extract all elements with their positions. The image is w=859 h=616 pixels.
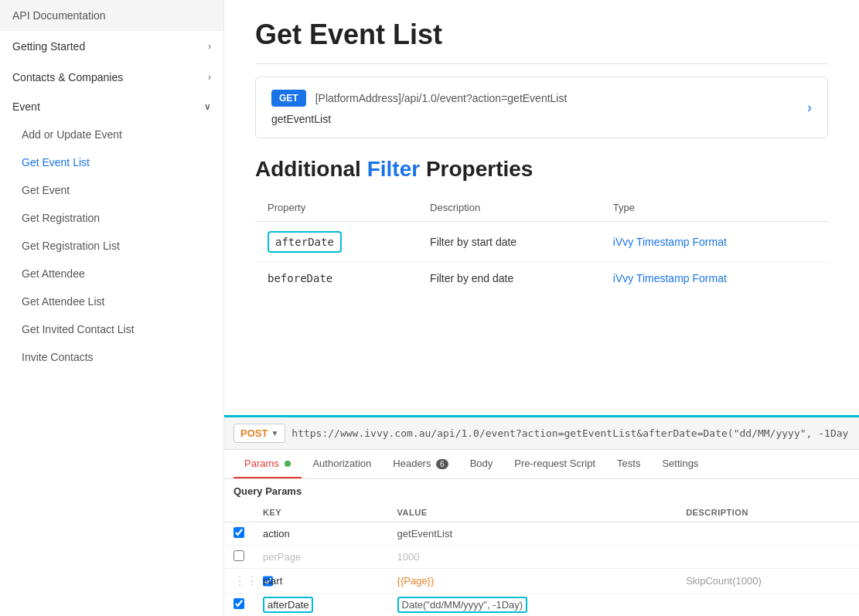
table-row: beforeDate Filter by end date iVvy Times… bbox=[255, 263, 828, 294]
col-key: KEY bbox=[254, 503, 388, 522]
sidebar-sub-item-get-attendee[interactable]: Get Attendee bbox=[0, 260, 223, 288]
row-start-value: {{Page}} bbox=[388, 569, 677, 594]
request-tabs: Params Authorization Headers 6 Body Pre-… bbox=[224, 450, 859, 479]
tab-headers[interactable]: Headers 6 bbox=[382, 450, 458, 478]
sidebar: API Documentation Getting Started › Cont… bbox=[0, 0, 224, 616]
col-description: DESCRIPTION bbox=[677, 503, 859, 522]
row-action-checkbox[interactable] bbox=[233, 527, 244, 538]
tab-settings[interactable]: Settings bbox=[651, 450, 709, 478]
row-start-desc: SkipCount(1000) bbox=[677, 569, 859, 594]
chevron-right-icon: › bbox=[208, 72, 211, 83]
type-link-before-date[interactable]: iVvy Timestamp Format bbox=[613, 272, 727, 284]
row-perpage-desc bbox=[677, 546, 859, 569]
endpoint-expand-icon[interactable]: › bbox=[807, 100, 812, 116]
row-afterdate-desc bbox=[677, 594, 859, 616]
row-afterdate-key: afterDate bbox=[254, 594, 388, 616]
row-perpage-value: 1000 bbox=[388, 546, 677, 569]
chevron-down-icon: ∨ bbox=[204, 101, 211, 112]
endpoint-card: GET [PlatformAddress]/api/1.0/event?acti… bbox=[255, 77, 828, 138]
method-select[interactable]: POST ▼ bbox=[233, 424, 285, 443]
sidebar-sub-item-get-registration[interactable]: Get Registration bbox=[0, 204, 223, 232]
col-value: VALUE bbox=[388, 503, 677, 522]
endpoint-url: [PlatformAddress]/api/1.0/event?action=g… bbox=[315, 92, 568, 104]
col-property: Property bbox=[255, 194, 418, 222]
row-perpage-checkbox[interactable] bbox=[233, 550, 244, 561]
url-input[interactable] bbox=[291, 427, 850, 439]
params-dot-icon bbox=[285, 461, 291, 467]
bottom-panel: POST ▼ Params Authorization Headers 6 bbox=[224, 415, 859, 616]
property-after-date: afterDate bbox=[268, 231, 342, 253]
method-label: POST bbox=[240, 427, 268, 439]
row-action-desc bbox=[677, 522, 859, 546]
main-content: Get Event List GET [PlatformAddress]/api… bbox=[224, 0, 859, 415]
url-bar: POST ▼ bbox=[224, 417, 859, 450]
table-row: perPage 1000 bbox=[224, 546, 859, 569]
page-title: Get Event List bbox=[255, 19, 828, 51]
table-row: action getEventList bbox=[224, 522, 859, 546]
chevron-right-icon: › bbox=[208, 41, 211, 52]
tab-body[interactable]: Body bbox=[459, 450, 504, 478]
row-start-key: start bbox=[254, 569, 388, 594]
desc-after-date: Filter by start date bbox=[418, 222, 601, 263]
filter-table: Property Description Type afterDate Filt… bbox=[255, 194, 828, 294]
sidebar-sub-item-get-registration-list[interactable]: Get Registration List bbox=[0, 232, 223, 260]
drag-handle-icon[interactable]: ⋮⋮ bbox=[233, 573, 258, 588]
sidebar-item-contacts-companies[interactable]: Contacts & Companies › bbox=[0, 62, 223, 93]
sidebar-sub-item-add-update-event[interactable]: Add or Update Event bbox=[0, 121, 223, 148]
sidebar-item-api-doc[interactable]: API Documentation bbox=[0, 0, 223, 31]
table-row: ⋮⋮ start {{Page}} SkipCount(1000) bbox=[224, 569, 859, 594]
row-perpage-key: perPage bbox=[254, 546, 388, 569]
property-before-date: beforeDate bbox=[268, 272, 332, 284]
table-row: afterDate Date("dd/MM/yyyy", -1Day) bbox=[224, 594, 859, 616]
desc-before-date: Filter by end date bbox=[418, 263, 601, 294]
tab-authorization[interactable]: Authorization bbox=[302, 450, 382, 478]
row-action-value: getEventList bbox=[388, 522, 677, 546]
sidebar-item-getting-started[interactable]: Getting Started › bbox=[0, 31, 223, 62]
col-description: Description bbox=[418, 194, 601, 222]
row-afterdate-value: Date("dd/MM/yyyy", -1Day) bbox=[388, 594, 677, 616]
query-params-label: Query Params bbox=[224, 479, 859, 503]
params-area: Query Params KEY VALUE DESCRIPTION bbox=[224, 479, 859, 616]
tab-tests[interactable]: Tests bbox=[606, 450, 651, 478]
type-link-after-date[interactable]: iVvy Timestamp Format bbox=[613, 236, 727, 248]
tab-params[interactable]: Params bbox=[233, 450, 302, 478]
col-type: Type bbox=[601, 194, 828, 222]
dropdown-arrow-icon: ▼ bbox=[271, 429, 278, 437]
endpoint-name: getEventList bbox=[271, 113, 567, 125]
sidebar-sub-item-get-event-list[interactable]: Get Event List bbox=[0, 148, 223, 176]
params-table: KEY VALUE DESCRIPTION action getEventLis… bbox=[224, 503, 859, 616]
row-afterdate-checkbox[interactable] bbox=[233, 598, 244, 609]
sidebar-sub-item-get-invited-contact-list[interactable]: Get Invited Contact List bbox=[0, 315, 223, 343]
tab-pre-request-script[interactable]: Pre-request Script bbox=[503, 450, 606, 478]
sidebar-sub-item-invite-contacts[interactable]: Invite Contacts bbox=[0, 343, 223, 371]
headers-badge: 6 bbox=[436, 459, 448, 469]
section-title: Additional Filter Properties bbox=[255, 157, 828, 182]
sidebar-sub-item-get-attendee-list[interactable]: Get Attendee List bbox=[0, 288, 223, 315]
divider bbox=[255, 63, 828, 64]
method-badge: GET bbox=[271, 90, 306, 107]
col-checkbox bbox=[224, 503, 254, 522]
row-action-key: action bbox=[254, 522, 388, 546]
table-row: afterDate Filter by start date iVvy Time… bbox=[255, 222, 828, 263]
sidebar-item-event[interactable]: Event ∨ bbox=[0, 93, 223, 121]
sidebar-sub-item-get-event[interactable]: Get Event bbox=[0, 176, 223, 204]
